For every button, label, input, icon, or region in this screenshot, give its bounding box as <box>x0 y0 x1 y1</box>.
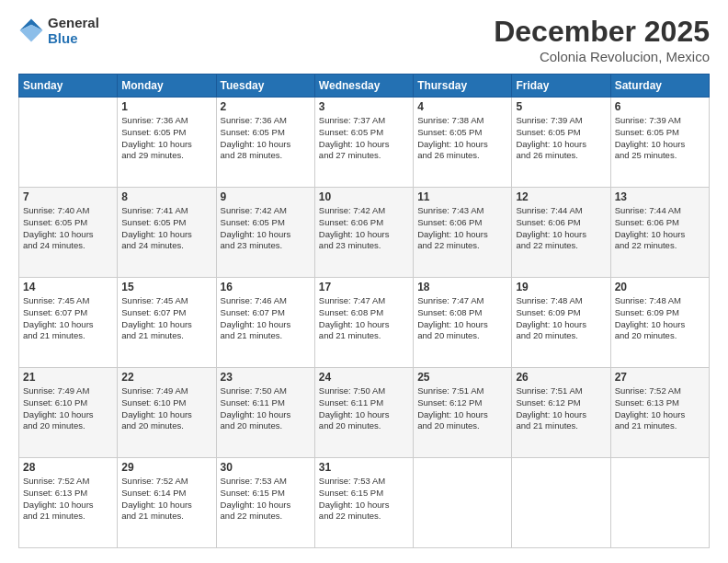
calendar-week-2: 7Sunrise: 7:40 AM Sunset: 6:05 PM Daylig… <box>19 188 710 278</box>
logo-icon <box>18 17 44 43</box>
calendar-cell: 24Sunrise: 7:50 AM Sunset: 6:11 PM Dayli… <box>314 368 413 458</box>
day-number: 29 <box>121 461 211 474</box>
day-info: Sunrise: 7:39 AM Sunset: 6:05 PM Dayligh… <box>615 115 705 162</box>
day-info: Sunrise: 7:47 AM Sunset: 6:08 PM Dayligh… <box>417 295 507 342</box>
day-info: Sunrise: 7:42 AM Sunset: 6:06 PM Dayligh… <box>319 205 409 252</box>
calendar-cell: 9Sunrise: 7:42 AM Sunset: 6:05 PM Daylig… <box>216 188 314 278</box>
day-number: 5 <box>516 100 606 113</box>
calendar-cell: 27Sunrise: 7:52 AM Sunset: 6:13 PM Dayli… <box>610 368 709 458</box>
calendar-cell <box>512 458 610 548</box>
calendar-cell: 16Sunrise: 7:46 AM Sunset: 6:07 PM Dayli… <box>216 278 314 368</box>
day-info: Sunrise: 7:45 AM Sunset: 6:07 PM Dayligh… <box>121 295 211 342</box>
day-info: Sunrise: 7:53 AM Sunset: 6:15 PM Dayligh… <box>221 476 311 523</box>
day-number: 24 <box>319 371 409 384</box>
calendar-cell: 26Sunrise: 7:51 AM Sunset: 6:12 PM Dayli… <box>512 368 610 458</box>
calendar-cell <box>19 98 118 188</box>
calendar-cell: 23Sunrise: 7:50 AM Sunset: 6:11 PM Dayli… <box>216 368 314 458</box>
calendar-cell: 25Sunrise: 7:51 AM Sunset: 6:12 PM Dayli… <box>414 368 512 458</box>
day-number: 3 <box>319 100 409 113</box>
day-number: 20 <box>615 281 705 293</box>
day-number: 28 <box>23 461 113 474</box>
calendar-table: SundayMondayTuesdayWednesdayThursdayFrid… <box>18 74 710 548</box>
calendar-cell: 31Sunrise: 7:53 AM Sunset: 6:15 PM Dayli… <box>314 458 413 548</box>
calendar-cell: 2Sunrise: 7:36 AM Sunset: 6:05 PM Daylig… <box>216 98 314 188</box>
day-number: 8 <box>121 190 211 203</box>
calendar-cell: 3Sunrise: 7:37 AM Sunset: 6:05 PM Daylig… <box>314 98 413 188</box>
title-block: December 2025 Colonia Revolucion, Mexico <box>494 15 710 64</box>
day-number: 31 <box>319 461 409 474</box>
calendar-header-saturday: Saturday <box>610 75 709 98</box>
calendar-cell: 14Sunrise: 7:45 AM Sunset: 6:07 PM Dayli… <box>19 278 118 368</box>
logo: General Blue <box>18 15 99 46</box>
day-info: Sunrise: 7:46 AM Sunset: 6:07 PM Dayligh… <box>221 295 311 342</box>
day-number: 10 <box>319 190 409 203</box>
calendar-cell: 13Sunrise: 7:44 AM Sunset: 6:06 PM Dayli… <box>610 188 709 278</box>
calendar-cell: 5Sunrise: 7:39 AM Sunset: 6:05 PM Daylig… <box>512 98 610 188</box>
calendar-header-wednesday: Wednesday <box>314 75 413 98</box>
calendar-cell: 15Sunrise: 7:45 AM Sunset: 6:07 PM Dayli… <box>118 278 216 368</box>
day-info: Sunrise: 7:49 AM Sunset: 6:10 PM Dayligh… <box>23 385 113 432</box>
day-info: Sunrise: 7:37 AM Sunset: 6:05 PM Dayligh… <box>319 115 409 162</box>
day-info: Sunrise: 7:42 AM Sunset: 6:05 PM Dayligh… <box>221 205 311 252</box>
day-info: Sunrise: 7:52 AM Sunset: 6:13 PM Dayligh… <box>615 385 705 432</box>
day-number: 1 <box>121 100 211 113</box>
calendar-header-friday: Friday <box>512 75 610 98</box>
calendar-cell: 8Sunrise: 7:41 AM Sunset: 6:05 PM Daylig… <box>118 188 216 278</box>
day-number: 11 <box>417 190 507 203</box>
calendar-week-1: 1Sunrise: 7:36 AM Sunset: 6:05 PM Daylig… <box>19 98 710 188</box>
day-info: Sunrise: 7:38 AM Sunset: 6:05 PM Dayligh… <box>417 115 507 162</box>
calendar-header-row: SundayMondayTuesdayWednesdayThursdayFrid… <box>19 75 710 98</box>
calendar-cell: 21Sunrise: 7:49 AM Sunset: 6:10 PM Dayli… <box>19 368 118 458</box>
day-info: Sunrise: 7:44 AM Sunset: 6:06 PM Dayligh… <box>516 205 606 252</box>
day-number: 9 <box>221 190 311 203</box>
calendar-cell <box>610 458 709 548</box>
calendar-week-5: 28Sunrise: 7:52 AM Sunset: 6:13 PM Dayli… <box>19 458 710 548</box>
day-number: 14 <box>23 281 113 293</box>
day-info: Sunrise: 7:39 AM Sunset: 6:05 PM Dayligh… <box>516 115 606 162</box>
day-info: Sunrise: 7:44 AM Sunset: 6:06 PM Dayligh… <box>615 205 705 252</box>
day-number: 30 <box>221 461 311 474</box>
day-info: Sunrise: 7:53 AM Sunset: 6:15 PM Dayligh… <box>319 476 409 523</box>
day-info: Sunrise: 7:40 AM Sunset: 6:05 PM Dayligh… <box>23 205 113 252</box>
day-number: 19 <box>516 281 606 293</box>
calendar-cell: 29Sunrise: 7:52 AM Sunset: 6:14 PM Dayli… <box>118 458 216 548</box>
calendar-cell: 19Sunrise: 7:48 AM Sunset: 6:09 PM Dayli… <box>512 278 610 368</box>
calendar-cell: 1Sunrise: 7:36 AM Sunset: 6:05 PM Daylig… <box>118 98 216 188</box>
calendar-cell: 18Sunrise: 7:47 AM Sunset: 6:08 PM Dayli… <box>414 278 512 368</box>
day-info: Sunrise: 7:52 AM Sunset: 6:14 PM Dayligh… <box>121 476 211 523</box>
page: General Blue December 2025 Colonia Revol… <box>0 0 728 563</box>
calendar-cell: 11Sunrise: 7:43 AM Sunset: 6:06 PM Dayli… <box>414 188 512 278</box>
day-number: 4 <box>417 100 507 113</box>
day-info: Sunrise: 7:36 AM Sunset: 6:05 PM Dayligh… <box>221 115 311 162</box>
calendar-header-monday: Monday <box>118 75 216 98</box>
day-info: Sunrise: 7:45 AM Sunset: 6:07 PM Dayligh… <box>23 295 113 342</box>
day-number: 2 <box>221 100 311 113</box>
calendar-cell <box>414 458 512 548</box>
day-number: 23 <box>221 371 311 384</box>
day-info: Sunrise: 7:43 AM Sunset: 6:06 PM Dayligh… <box>417 205 507 252</box>
day-info: Sunrise: 7:36 AM Sunset: 6:05 PM Dayligh… <box>121 115 211 162</box>
calendar-cell: 7Sunrise: 7:40 AM Sunset: 6:05 PM Daylig… <box>19 188 118 278</box>
day-number: 27 <box>615 371 705 384</box>
calendar-cell: 12Sunrise: 7:44 AM Sunset: 6:06 PM Dayli… <box>512 188 610 278</box>
calendar-cell: 10Sunrise: 7:42 AM Sunset: 6:06 PM Dayli… <box>314 188 413 278</box>
subtitle: Colonia Revolucion, Mexico <box>494 49 710 64</box>
day-info: Sunrise: 7:50 AM Sunset: 6:11 PM Dayligh… <box>319 385 409 432</box>
calendar-cell: 30Sunrise: 7:53 AM Sunset: 6:15 PM Dayli… <box>216 458 314 548</box>
day-info: Sunrise: 7:48 AM Sunset: 6:09 PM Dayligh… <box>516 295 606 342</box>
calendar-cell: 28Sunrise: 7:52 AM Sunset: 6:13 PM Dayli… <box>19 458 118 548</box>
calendar-header-thursday: Thursday <box>414 75 512 98</box>
day-number: 16 <box>221 281 311 293</box>
month-title: December 2025 <box>494 15 710 49</box>
day-number: 21 <box>23 371 113 384</box>
day-number: 18 <box>417 281 507 293</box>
calendar-cell: 4Sunrise: 7:38 AM Sunset: 6:05 PM Daylig… <box>414 98 512 188</box>
day-number: 12 <box>516 190 606 203</box>
day-info: Sunrise: 7:41 AM Sunset: 6:05 PM Dayligh… <box>121 205 211 252</box>
day-info: Sunrise: 7:47 AM Sunset: 6:08 PM Dayligh… <box>319 295 409 342</box>
day-number: 26 <box>516 371 606 384</box>
day-info: Sunrise: 7:50 AM Sunset: 6:11 PM Dayligh… <box>221 385 311 432</box>
logo-text: General Blue <box>48 15 99 46</box>
calendar-cell: 22Sunrise: 7:49 AM Sunset: 6:10 PM Dayli… <box>118 368 216 458</box>
calendar-cell: 6Sunrise: 7:39 AM Sunset: 6:05 PM Daylig… <box>610 98 709 188</box>
